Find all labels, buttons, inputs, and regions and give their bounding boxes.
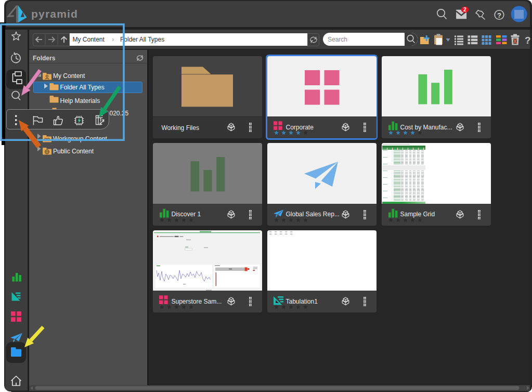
svg-text:?: ? — [525, 35, 530, 46]
svg-text:?: ? — [497, 11, 501, 19]
svg-text:2: 2 — [463, 6, 466, 12]
svg-text:pyramid: pyramid — [31, 8, 78, 20]
